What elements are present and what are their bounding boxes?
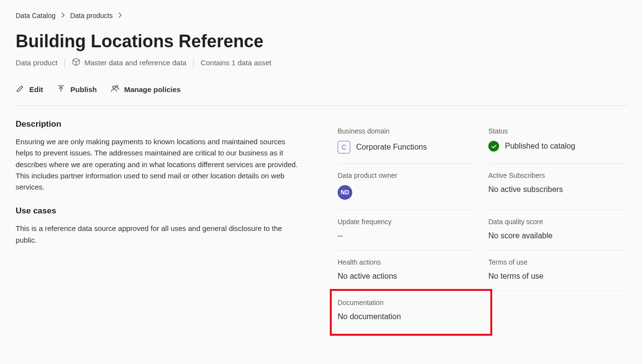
terms-value: No terms of use (488, 272, 627, 281)
subscribers-value: No active subscribers (488, 185, 627, 194)
publish-icon (57, 84, 65, 95)
status-value: Published to catalog (505, 142, 575, 151)
description-heading: Description (16, 119, 299, 129)
page-title: Building Locations Reference (16, 31, 627, 52)
prop-label: Update frequency (338, 218, 477, 226)
prop-label: Data product owner (338, 172, 477, 179)
properties-panel: Business domain C Corporate Functions St… (338, 119, 627, 331)
edit-button-label: Edit (29, 85, 43, 94)
breadcrumb: Data Catalog Data products (16, 12, 627, 19)
prop-empty (488, 291, 627, 331)
health-value: No active actions (338, 272, 477, 281)
description-body: Ensuring we are only making payments to … (16, 136, 299, 192)
prop-health-actions: Health actions No active actions (338, 250, 477, 291)
prop-business-domain: Business domain C Corporate Functions (338, 119, 477, 164)
publish-button[interactable]: Publish (57, 81, 97, 97)
domain-value: Corporate Functions (356, 143, 427, 152)
manage-policies-label: Manage policies (124, 85, 181, 94)
prop-label: Data quality score (488, 218, 627, 226)
check-circle-icon (488, 141, 499, 152)
owner-avatar[interactable]: ND (338, 185, 352, 200)
product-category-text: Master data and reference data (84, 58, 186, 67)
prop-label: Health actions (338, 258, 477, 266)
prop-status: Status Published to catalog (488, 119, 627, 164)
actions-toolbar: Edit Publish Manage policie (16, 81, 627, 106)
pencil-icon (16, 84, 24, 95)
prop-subscribers: Active Subscribers No active subscribers (488, 164, 627, 210)
prop-quality-score: Data quality score No score available (488, 210, 627, 250)
publish-button-label: Publish (70, 85, 97, 94)
domain-badge: C (338, 141, 350, 153)
usecases-body: This is a reference data source approved… (16, 223, 299, 246)
asset-count-label: Contains 1 data asset (201, 58, 271, 67)
manage-policies-button[interactable]: Manage policies (111, 81, 181, 97)
breadcrumb-item-catalog[interactable]: Data Catalog (16, 12, 56, 19)
usecases-heading: Use cases (16, 206, 299, 216)
prop-documentation: Documentation No documentation (338, 291, 477, 331)
chevron-right-icon (118, 12, 122, 19)
svg-point-2 (113, 86, 115, 88)
quality-value: No score available (488, 231, 627, 240)
product-type-label: Data product (16, 58, 58, 67)
edit-button[interactable]: Edit (16, 81, 43, 97)
people-icon (111, 84, 120, 95)
prop-label: Business domain (338, 127, 477, 135)
left-column: Description Ensuring we are only making … (16, 119, 299, 331)
prop-terms: Terms of use No terms of use (488, 250, 627, 291)
page-meta: Data product Master data and reference d… (16, 57, 627, 68)
prop-owner: Data product owner ND (338, 164, 477, 210)
cube-icon (72, 57, 80, 68)
meta-divider (193, 58, 194, 67)
meta-divider (64, 58, 65, 67)
breadcrumb-item-products[interactable]: Data products (70, 12, 113, 19)
prop-label: Status (488, 127, 627, 135)
prop-label: Terms of use (488, 258, 627, 266)
prop-label: Active Subscribers (488, 172, 627, 179)
svg-point-3 (116, 86, 118, 88)
prop-update-frequency: Update frequency -- (338, 210, 477, 250)
documentation-value: No documentation (338, 312, 477, 321)
update-freq-value: -- (338, 231, 477, 240)
prop-label: Documentation (338, 299, 477, 307)
product-category: Master data and reference data (72, 57, 186, 68)
chevron-right-icon (60, 12, 65, 19)
